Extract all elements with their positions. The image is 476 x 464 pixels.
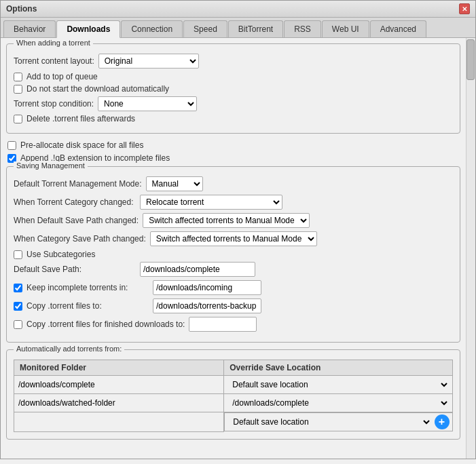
override-cell: Default save location /downloads/complet… bbox=[224, 412, 452, 431]
stop-condition-row: Torrent stop condition: None Metadata Re… bbox=[14, 96, 453, 111]
monitored-folder-header: Monitored Folder bbox=[14, 360, 224, 376]
override-save-header: Override Save Location bbox=[224, 360, 453, 376]
monitored-table: Monitored Folder Override Save Location bbox=[14, 360, 453, 432]
tab-bar: Behavior Downloads Connection Speed BitT… bbox=[1, 18, 475, 38]
override-select-2[interactable]: Default save location /downloads/complet… bbox=[227, 395, 450, 410]
content-layout-label: Torrent content layout: bbox=[14, 56, 94, 66]
content-layout-row: Torrent content layout: Original Subfold… bbox=[14, 54, 453, 69]
folder-cell bbox=[14, 376, 224, 394]
add-to-top-label: Add to top of queue bbox=[26, 72, 98, 81]
default-save-path-row: Default Save Path: bbox=[14, 262, 453, 277]
tab-downloads[interactable]: Downloads bbox=[56, 20, 120, 38]
pre-allocate-checkbox[interactable] bbox=[7, 141, 16, 150]
close-button[interactable]: ✕ bbox=[459, 3, 470, 14]
folder-input-3[interactable] bbox=[17, 414, 221, 429]
copy-torrent-row: Copy .torrent files to: bbox=[14, 298, 453, 313]
copy-finished-row: Copy .torrent files for finished downloa… bbox=[14, 317, 453, 332]
keep-incomplete-row: Keep incomplete torrents in: bbox=[14, 280, 453, 295]
category-save-changed-row: When Category Save Path changed: Relocat… bbox=[14, 231, 453, 246]
override-select-1[interactable]: Default save location /downloads/complet… bbox=[227, 377, 450, 392]
content-area: When adding a torrent Torrent content la… bbox=[1, 38, 475, 459]
keep-incomplete-label: Keep incomplete torrents in: bbox=[26, 283, 149, 292]
copy-torrent-label: Copy .torrent files to: bbox=[26, 301, 149, 311]
delete-torrent-checkbox[interactable] bbox=[14, 115, 22, 123]
copy-finished-checkbox[interactable] bbox=[14, 320, 22, 329]
keep-incomplete-input[interactable] bbox=[153, 280, 261, 295]
add-to-top-checkbox[interactable] bbox=[14, 73, 22, 81]
stop-condition-select[interactable]: None Metadata Received Files Layout Chec… bbox=[98, 96, 197, 111]
keep-incomplete-checkbox[interactable] bbox=[14, 284, 22, 292]
adding-torrent-title: When adding a torrent bbox=[14, 39, 93, 47]
table-row: Default save location /downloads/complet… bbox=[14, 394, 453, 412]
category-changed-row: When Torrent Category changed: Relocate … bbox=[14, 195, 453, 210]
tab-bittorrent[interactable]: BitTorrent bbox=[228, 20, 283, 37]
add-to-top-row: Add to top of queue bbox=[14, 72, 453, 81]
copy-torrent-checkbox[interactable] bbox=[14, 302, 22, 311]
table-row: Default save location /downloads/complet… bbox=[14, 376, 453, 394]
scrollbar-thumb[interactable] bbox=[466, 39, 475, 80]
category-changed-select[interactable]: Relocate torrent Switch affected torrent… bbox=[140, 195, 282, 210]
saving-management-section: Saving Management Default Torrent Manage… bbox=[6, 166, 460, 343]
management-mode-label: Default Torrent Management Mode: bbox=[14, 179, 142, 189]
default-save-changed-row: When Default Save Path changed: Relocate… bbox=[14, 213, 453, 228]
tab-behavior[interactable]: Behavior bbox=[3, 20, 56, 37]
delete-torrent-label: Delete .torrent files afterwards bbox=[26, 114, 135, 123]
default-save-path-input[interactable] bbox=[140, 262, 255, 277]
use-subcategories-checkbox[interactable] bbox=[14, 250, 22, 259]
management-mode-select[interactable]: Manual Automatic bbox=[146, 176, 203, 191]
folder-cell bbox=[14, 412, 224, 432]
no-auto-start-row: Do not start the download automatically bbox=[14, 84, 453, 94]
management-mode-row: Default Torrent Management Mode: Manual … bbox=[14, 176, 453, 191]
table-row: Default save location /downloads/complet… bbox=[14, 412, 453, 432]
use-subcategories-label: Use Subcategories bbox=[26, 250, 95, 259]
no-auto-start-label: Do not start the download automatically bbox=[26, 84, 169, 94]
category-changed-label: When Torrent Category changed: bbox=[14, 197, 136, 207]
category-save-changed-label: When Category Save Path changed: bbox=[14, 234, 146, 244]
folder-cell bbox=[14, 394, 224, 412]
scrollbar[interactable] bbox=[466, 38, 475, 459]
delete-torrent-row: Delete .torrent files afterwards bbox=[14, 114, 453, 123]
saving-management-title: Saving Management bbox=[14, 161, 88, 170]
window-title: Options bbox=[6, 4, 37, 14]
tab-speed[interactable]: Speed bbox=[183, 20, 227, 37]
tab-webui[interactable]: Web UI bbox=[322, 20, 369, 37]
use-subcategories-row: Use Subcategories bbox=[14, 250, 453, 259]
content-layout-select[interactable]: Original Subfolder Don't create subfolde… bbox=[98, 54, 199, 69]
no-auto-start-checkbox[interactable] bbox=[14, 85, 22, 94]
tab-advanced[interactable]: Advanced bbox=[370, 20, 426, 37]
default-save-changed-label: When Default Save Path changed: bbox=[14, 216, 139, 225]
tab-connection[interactable]: Connection bbox=[121, 20, 183, 37]
pre-allocate-row: Pre-allocate disk space for all files bbox=[6, 140, 460, 150]
folder-input-2[interactable] bbox=[17, 395, 221, 410]
adding-torrent-section: When adding a torrent Torrent content la… bbox=[6, 43, 460, 134]
auto-add-title: Automatically add torrents from: bbox=[14, 345, 124, 353]
override-cell: Default save location /downloads/complet… bbox=[224, 394, 453, 412]
tab-rss[interactable]: RSS bbox=[284, 20, 321, 37]
copy-finished-label: Copy .torrent files for finished downloa… bbox=[26, 320, 185, 329]
override-select-3[interactable]: Default save location /downloads/complet… bbox=[227, 414, 431, 429]
folder-input-1[interactable] bbox=[17, 377, 221, 392]
stop-condition-label: Torrent stop condition: bbox=[14, 99, 94, 109]
add-row-button[interactable]: + bbox=[435, 414, 450, 429]
default-save-path-label: Default Save Path: bbox=[14, 265, 136, 274]
auto-add-section: Automatically add torrents from: Monitor… bbox=[6, 349, 460, 440]
pre-allocate-label: Pre-allocate disk space for all files bbox=[20, 140, 143, 150]
category-save-changed-select[interactable]: Relocate torrent Switch affected torrent… bbox=[150, 231, 317, 246]
options-window: Options ✕ Behavior Downloads Connection … bbox=[0, 0, 476, 459]
default-save-changed-select[interactable]: Relocate torrent Switch affected torrent… bbox=[143, 213, 310, 228]
titlebar: Options ✕ bbox=[1, 1, 475, 18]
copy-torrent-input[interactable] bbox=[153, 298, 261, 313]
override-cell: Default save location /downloads/complet… bbox=[224, 376, 453, 394]
copy-finished-input[interactable] bbox=[189, 317, 257, 332]
